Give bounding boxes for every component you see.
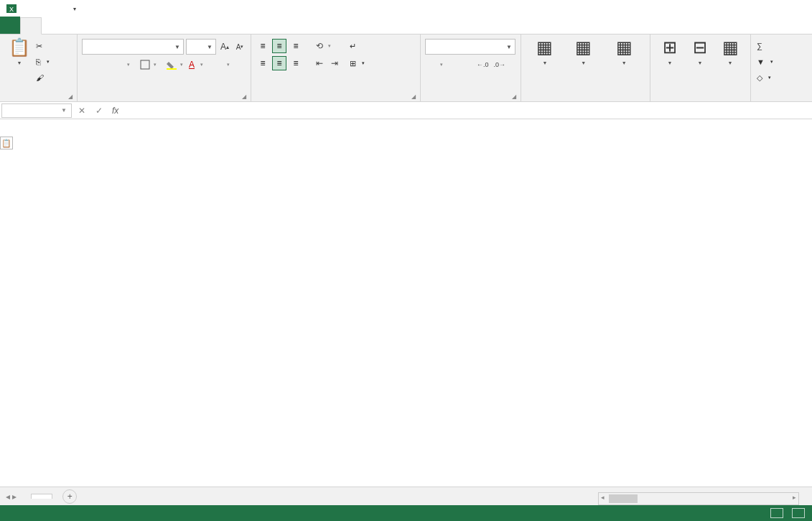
delete-icon: ⊟ [693,39,707,56]
font-size-combo[interactable]: ▼ [186,39,216,55]
formula-bar: ▼ ✕ ✓ fx [0,102,812,119]
percent-button[interactable] [445,57,458,72]
decrease-decimal-button[interactable]: .0→ [493,57,508,72]
fill-button[interactable]: ▼▾ [755,55,808,69]
name-box[interactable]: ▼ [1,103,72,118]
wrap-icon: ↵ [350,42,356,51]
fill-color-button[interactable] [165,57,178,72]
paste-icon: 📋 [9,39,30,56]
redo-button[interactable] [52,1,66,16]
enter-formula-button[interactable]: ✓ [90,106,108,116]
group-clipboard: 📋 ▼ ✂ ⎘▾ 🖌 ◢ [0,34,78,101]
increase-decimal-button[interactable]: ←.0 [475,57,490,72]
align-top-button[interactable]: ≡ [256,39,270,53]
cell-styles-button[interactable]: ▦▼ [603,37,646,98]
decrease-font-button[interactable]: A▾ [233,40,246,54]
group-label-clipboard: ◢ [4,98,73,101]
tab-insert[interactable] [42,17,62,34]
underline-button[interactable] [112,57,125,72]
align-center-button[interactable]: ≡ [272,56,286,70]
brush-icon: 🖌 [36,73,44,82]
format-cells-button[interactable]: ▦▼ [715,37,745,98]
increase-font-button[interactable]: A▴ [218,40,231,54]
copy-icon: ⎘ [36,57,41,66]
number-format-combo[interactable]: ▼ [425,39,515,55]
ribbon: 📋 ▼ ✂ ⎘▾ 🖌 ◢ ▼ ▼ A▴ A▾ ▾ [0,34,812,102]
increase-indent-button[interactable]: ⇥ [328,56,341,70]
cond-format-icon: ▦ [536,39,553,56]
align-launcher[interactable]: ◢ [411,93,416,100]
group-styles: ▦▼ ▦▼ ▦▼ [521,34,650,101]
paste-dropdown-icon: ▼ [17,60,22,65]
format-table-button[interactable]: ▦▼ [564,37,603,98]
align-bottom-button[interactable]: ≡ [289,39,303,53]
excel-icon: X [4,1,19,16]
wrap-text-button[interactable]: ↵ [348,39,366,53]
orientation-button[interactable]: ⟲ [313,39,326,53]
tab-view[interactable] [142,17,162,34]
clear-button[interactable]: ◇▾ [755,70,808,85]
tab-review[interactable] [122,17,142,34]
group-number: ▼ ▾ ←.0 .0→ ◢ [421,34,521,101]
group-font: ▼ ▼ A▴ A▾ ▾ ▾ ▾ A ▾ ▾ [78,34,251,101]
phonetic-button[interactable] [212,57,225,72]
scissors-icon: ✂ [36,42,42,51]
add-sheet-button[interactable]: + [62,489,77,504]
spreadsheet-grid[interactable]: 📋 [0,137,812,487]
table-format-icon: ▦ [575,39,592,56]
align-middle-button[interactable]: ≡ [272,39,286,53]
insert-cells-button[interactable]: ⊞▼ [655,37,685,98]
view-pagebreak-button[interactable] [792,508,805,518]
align-right-button[interactable]: ≡ [289,56,303,70]
tab-formulas[interactable] [82,17,102,34]
tab-layout[interactable] [62,17,82,34]
comma-button[interactable] [460,57,473,72]
group-label-font: ◢ [82,98,246,101]
sheet-tab-1[interactable] [31,494,52,499]
paste-options-button[interactable]: 📋 [0,137,13,149]
svg-rect-2 [141,60,149,69]
sheet-nav[interactable]: ◂ ▸ [0,492,22,502]
fx-button[interactable]: fx [108,106,123,116]
insert-icon: ⊞ [663,39,677,56]
qat-customize[interactable]: ▾ [67,1,82,16]
clipboard-launcher[interactable]: ◢ [68,93,73,100]
sigma-icon: ∑ [757,42,762,50]
undo-button[interactable] [36,1,50,16]
borders-button[interactable] [139,57,151,72]
quick-access-toolbar: X ▾ [3,1,82,16]
group-label-number: ◢ [425,98,516,101]
decrease-indent-button[interactable]: ⇤ [313,56,326,70]
font-name-combo[interactable]: ▼ [82,39,184,55]
conditional-format-button[interactable]: ▦▼ [526,37,564,98]
svg-text:X: X [9,6,14,13]
delete-cells-button[interactable]: ⊟▼ [685,37,715,98]
title-bar: X ▾ [0,0,812,17]
bold-button[interactable] [82,57,95,72]
group-label-alignment: ◢ [256,98,416,101]
group-alignment: ≡ ≡ ≡ ⟲ ▾ ≡ ≡ ≡ ⇤ ⇥ ↵ ⊞▾ [251,34,421,101]
copy-button[interactable]: ⎘▾ [34,55,51,69]
format-painter-button[interactable]: 🖌 [34,70,51,85]
merge-center-button[interactable]: ⊞▾ [348,56,366,70]
eraser-icon: ◇ [757,73,762,83]
tab-data[interactable] [102,17,122,34]
paste-button[interactable]: 📋 ▼ [4,37,34,98]
font-launcher[interactable]: ◢ [242,93,246,100]
horizontal-scrollbar[interactable]: ◂▸ [598,492,799,505]
tab-home[interactable] [20,17,42,34]
cut-button[interactable]: ✂ [34,39,51,53]
cell-style-icon: ▦ [616,39,633,56]
currency-button[interactable] [425,57,438,72]
font-color-button[interactable]: A [185,57,198,72]
italic-button[interactable] [97,57,110,72]
merge-icon: ⊞ [350,59,356,68]
save-button[interactable] [20,1,34,16]
number-launcher[interactable]: ◢ [512,93,516,100]
group-label-cells [655,98,746,101]
align-left-button[interactable]: ≡ [256,56,270,70]
tab-file[interactable] [0,17,20,34]
view-normal-button[interactable] [770,508,783,518]
autosum-button[interactable]: ∑ [755,39,808,53]
cancel-formula-button[interactable]: ✕ [73,106,90,116]
